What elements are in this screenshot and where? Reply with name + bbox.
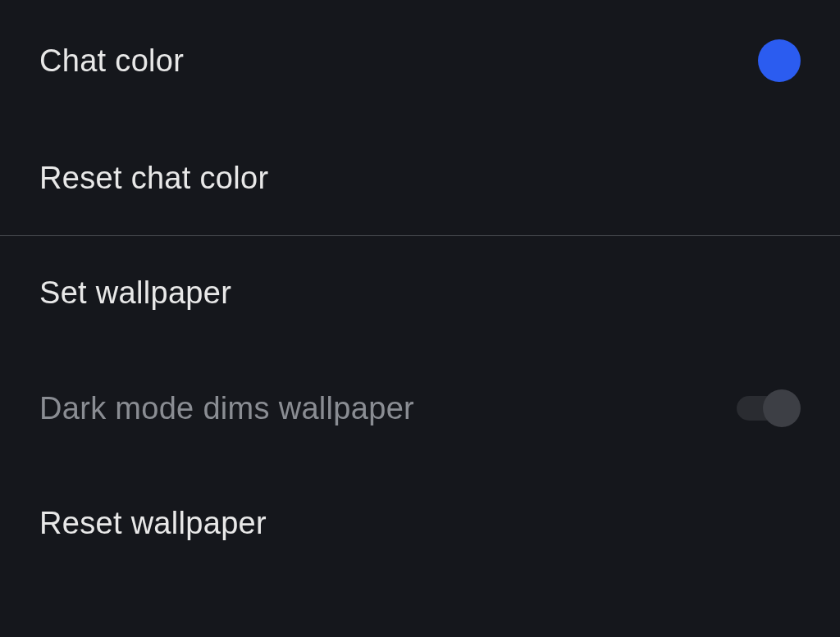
dark-mode-dims-toggle[interactable] <box>737 389 801 427</box>
settings-list: Chat color Reset chat color Set wallpape… <box>0 0 840 637</box>
chat-color-swatch-icon <box>758 39 801 82</box>
chat-color-item[interactable]: Chat color <box>0 0 840 121</box>
dark-mode-dims-item: Dark mode dims wallpaper <box>0 350 840 466</box>
set-wallpaper-item[interactable]: Set wallpaper <box>0 236 840 350</box>
toggle-thumb <box>763 389 801 427</box>
reset-chat-color-label: Reset chat color <box>39 161 268 196</box>
reset-wallpaper-item[interactable]: Reset wallpaper <box>0 466 840 590</box>
reset-wallpaper-label: Reset wallpaper <box>39 506 267 541</box>
chat-color-label: Chat color <box>39 43 184 79</box>
reset-chat-color-item[interactable]: Reset chat color <box>0 121 840 235</box>
set-wallpaper-label: Set wallpaper <box>39 275 231 311</box>
dark-mode-dims-label: Dark mode dims wallpaper <box>39 391 414 426</box>
